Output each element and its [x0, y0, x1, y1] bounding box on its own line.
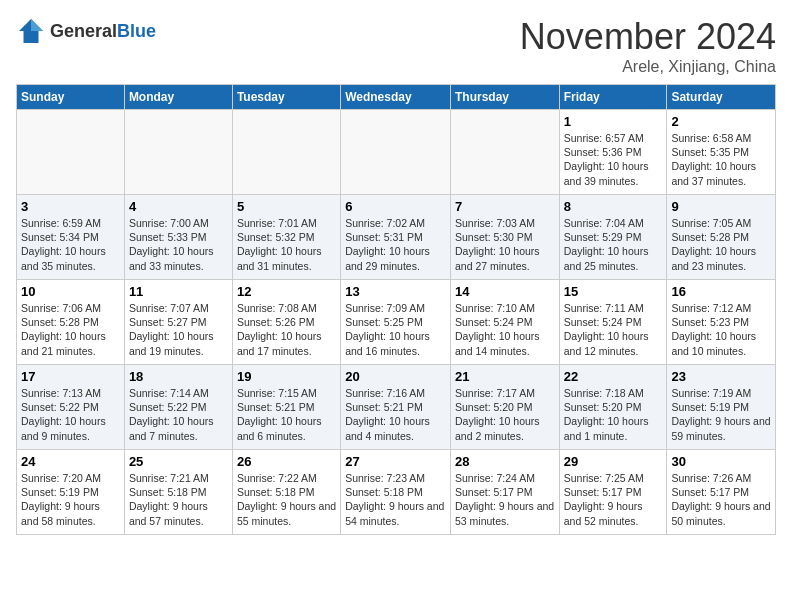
calendar-cell: 29Sunrise: 7:25 AM Sunset: 5:17 PM Dayli…	[559, 450, 667, 535]
calendar-body: 1Sunrise: 6:57 AM Sunset: 5:36 PM Daylig…	[17, 110, 776, 535]
calendar-cell: 12Sunrise: 7:08 AM Sunset: 5:26 PM Dayli…	[232, 280, 340, 365]
weekday-header-row: SundayMondayTuesdayWednesdayThursdayFrid…	[17, 85, 776, 110]
weekday-sunday: Sunday	[17, 85, 125, 110]
day-info: Sunrise: 7:21 AM Sunset: 5:18 PM Dayligh…	[129, 471, 228, 528]
day-number: 8	[564, 199, 663, 214]
day-info: Sunrise: 7:11 AM Sunset: 5:24 PM Dayligh…	[564, 301, 663, 358]
day-info: Sunrise: 7:24 AM Sunset: 5:17 PM Dayligh…	[455, 471, 555, 528]
day-number: 17	[21, 369, 120, 384]
calendar-cell: 9Sunrise: 7:05 AM Sunset: 5:28 PM Daylig…	[667, 195, 776, 280]
calendar-cell: 1Sunrise: 6:57 AM Sunset: 5:36 PM Daylig…	[559, 110, 667, 195]
day-info: Sunrise: 6:57 AM Sunset: 5:36 PM Dayligh…	[564, 131, 663, 188]
calendar-cell: 16Sunrise: 7:12 AM Sunset: 5:23 PM Dayli…	[667, 280, 776, 365]
day-info: Sunrise: 7:06 AM Sunset: 5:28 PM Dayligh…	[21, 301, 120, 358]
day-number: 20	[345, 369, 446, 384]
calendar-cell: 2Sunrise: 6:58 AM Sunset: 5:35 PM Daylig…	[667, 110, 776, 195]
calendar-cell: 23Sunrise: 7:19 AM Sunset: 5:19 PM Dayli…	[667, 365, 776, 450]
day-number: 29	[564, 454, 663, 469]
calendar-cell: 3Sunrise: 6:59 AM Sunset: 5:34 PM Daylig…	[17, 195, 125, 280]
calendar-cell: 15Sunrise: 7:11 AM Sunset: 5:24 PM Dayli…	[559, 280, 667, 365]
day-info: Sunrise: 7:15 AM Sunset: 5:21 PM Dayligh…	[237, 386, 336, 443]
day-info: Sunrise: 7:07 AM Sunset: 5:27 PM Dayligh…	[129, 301, 228, 358]
calendar-week-2: 3Sunrise: 6:59 AM Sunset: 5:34 PM Daylig…	[17, 195, 776, 280]
day-info: Sunrise: 7:19 AM Sunset: 5:19 PM Dayligh…	[671, 386, 771, 443]
calendar-cell: 11Sunrise: 7:07 AM Sunset: 5:27 PM Dayli…	[124, 280, 232, 365]
weekday-monday: Monday	[124, 85, 232, 110]
calendar-cell: 5Sunrise: 7:01 AM Sunset: 5:32 PM Daylig…	[232, 195, 340, 280]
day-number: 11	[129, 284, 228, 299]
day-number: 22	[564, 369, 663, 384]
day-number: 13	[345, 284, 446, 299]
day-number: 21	[455, 369, 555, 384]
weekday-friday: Friday	[559, 85, 667, 110]
calendar-cell: 19Sunrise: 7:15 AM Sunset: 5:21 PM Dayli…	[232, 365, 340, 450]
calendar-cell	[124, 110, 232, 195]
weekday-thursday: Thursday	[450, 85, 559, 110]
day-info: Sunrise: 7:16 AM Sunset: 5:21 PM Dayligh…	[345, 386, 446, 443]
calendar-cell: 13Sunrise: 7:09 AM Sunset: 5:25 PM Dayli…	[341, 280, 451, 365]
day-number: 19	[237, 369, 336, 384]
weekday-saturday: Saturday	[667, 85, 776, 110]
day-number: 26	[237, 454, 336, 469]
calendar-cell: 6Sunrise: 7:02 AM Sunset: 5:31 PM Daylig…	[341, 195, 451, 280]
day-number: 27	[345, 454, 446, 469]
calendar-cell	[450, 110, 559, 195]
calendar-week-4: 17Sunrise: 7:13 AM Sunset: 5:22 PM Dayli…	[17, 365, 776, 450]
day-info: Sunrise: 7:14 AM Sunset: 5:22 PM Dayligh…	[129, 386, 228, 443]
day-info: Sunrise: 6:59 AM Sunset: 5:34 PM Dayligh…	[21, 216, 120, 273]
weekday-wednesday: Wednesday	[341, 85, 451, 110]
day-info: Sunrise: 7:22 AM Sunset: 5:18 PM Dayligh…	[237, 471, 336, 528]
day-number: 18	[129, 369, 228, 384]
day-number: 28	[455, 454, 555, 469]
calendar-week-1: 1Sunrise: 6:57 AM Sunset: 5:36 PM Daylig…	[17, 110, 776, 195]
day-info: Sunrise: 7:02 AM Sunset: 5:31 PM Dayligh…	[345, 216, 446, 273]
day-number: 24	[21, 454, 120, 469]
day-number: 25	[129, 454, 228, 469]
day-info: Sunrise: 7:13 AM Sunset: 5:22 PM Dayligh…	[21, 386, 120, 443]
calendar-cell: 25Sunrise: 7:21 AM Sunset: 5:18 PM Dayli…	[124, 450, 232, 535]
day-info: Sunrise: 6:58 AM Sunset: 5:35 PM Dayligh…	[671, 131, 771, 188]
title-block: November 2024 Arele, Xinjiang, China	[520, 16, 776, 76]
calendar-cell: 4Sunrise: 7:00 AM Sunset: 5:33 PM Daylig…	[124, 195, 232, 280]
day-number: 16	[671, 284, 771, 299]
day-number: 2	[671, 114, 771, 129]
day-info: Sunrise: 7:17 AM Sunset: 5:20 PM Dayligh…	[455, 386, 555, 443]
day-info: Sunrise: 7:10 AM Sunset: 5:24 PM Dayligh…	[455, 301, 555, 358]
day-info: Sunrise: 7:23 AM Sunset: 5:18 PM Dayligh…	[345, 471, 446, 528]
calendar-cell: 17Sunrise: 7:13 AM Sunset: 5:22 PM Dayli…	[17, 365, 125, 450]
calendar-cell: 30Sunrise: 7:26 AM Sunset: 5:17 PM Dayli…	[667, 450, 776, 535]
day-info: Sunrise: 7:18 AM Sunset: 5:20 PM Dayligh…	[564, 386, 663, 443]
calendar-cell: 22Sunrise: 7:18 AM Sunset: 5:20 PM Dayli…	[559, 365, 667, 450]
location-title: Arele, Xinjiang, China	[520, 58, 776, 76]
logo-text: GeneralBlue	[50, 21, 156, 42]
day-info: Sunrise: 7:00 AM Sunset: 5:33 PM Dayligh…	[129, 216, 228, 273]
svg-marker-1	[31, 19, 43, 31]
calendar-cell	[232, 110, 340, 195]
day-number: 6	[345, 199, 446, 214]
day-info: Sunrise: 7:09 AM Sunset: 5:25 PM Dayligh…	[345, 301, 446, 358]
day-number: 4	[129, 199, 228, 214]
day-number: 10	[21, 284, 120, 299]
weekday-tuesday: Tuesday	[232, 85, 340, 110]
calendar-cell: 24Sunrise: 7:20 AM Sunset: 5:19 PM Dayli…	[17, 450, 125, 535]
calendar-cell	[17, 110, 125, 195]
day-number: 15	[564, 284, 663, 299]
day-number: 5	[237, 199, 336, 214]
calendar-cell: 8Sunrise: 7:04 AM Sunset: 5:29 PM Daylig…	[559, 195, 667, 280]
day-info: Sunrise: 7:20 AM Sunset: 5:19 PM Dayligh…	[21, 471, 120, 528]
calendar-cell: 26Sunrise: 7:22 AM Sunset: 5:18 PM Dayli…	[232, 450, 340, 535]
day-number: 1	[564, 114, 663, 129]
day-number: 3	[21, 199, 120, 214]
day-info: Sunrise: 7:26 AM Sunset: 5:17 PM Dayligh…	[671, 471, 771, 528]
day-number: 14	[455, 284, 555, 299]
day-info: Sunrise: 7:01 AM Sunset: 5:32 PM Dayligh…	[237, 216, 336, 273]
day-number: 12	[237, 284, 336, 299]
calendar-cell: 27Sunrise: 7:23 AM Sunset: 5:18 PM Dayli…	[341, 450, 451, 535]
day-info: Sunrise: 7:12 AM Sunset: 5:23 PM Dayligh…	[671, 301, 771, 358]
calendar-cell: 20Sunrise: 7:16 AM Sunset: 5:21 PM Dayli…	[341, 365, 451, 450]
calendar-cell: 10Sunrise: 7:06 AM Sunset: 5:28 PM Dayli…	[17, 280, 125, 365]
page-header: GeneralBlue November 2024 Arele, Xinjian…	[16, 16, 776, 76]
calendar-cell: 21Sunrise: 7:17 AM Sunset: 5:20 PM Dayli…	[450, 365, 559, 450]
calendar-cell: 14Sunrise: 7:10 AM Sunset: 5:24 PM Dayli…	[450, 280, 559, 365]
day-info: Sunrise: 7:04 AM Sunset: 5:29 PM Dayligh…	[564, 216, 663, 273]
